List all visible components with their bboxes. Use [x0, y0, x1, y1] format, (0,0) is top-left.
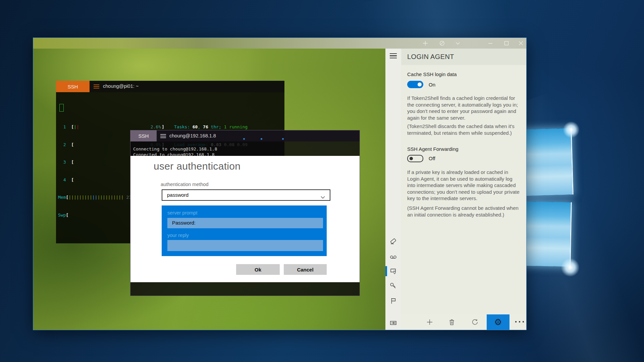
add-icon[interactable] [426, 318, 433, 326]
more-icon[interactable] [515, 321, 524, 323]
panel-title: LOGIN AGENT [407, 53, 454, 61]
terminal2-titlebar[interactable]: SSH choung@192.168.1.8 [130, 130, 360, 141]
terminal1-ssh-tab[interactable]: SSH [56, 81, 90, 92]
reply-input[interactable] [167, 240, 323, 251]
terminal-cursor [58, 104, 284, 112]
app-content-area: SSH choung@pi01: ~ 1 [||2.6%] Tasks: 60,… [33, 49, 526, 330]
close-icon[interactable] [518, 40, 524, 46]
user-authentication-dialog: user authentication authentication metho… [130, 156, 360, 282]
settings-button[interactable]: ⚙ [487, 314, 509, 330]
logo-glow [561, 258, 580, 277]
selected-item-indicator [385, 266, 387, 276]
terminal2-ssh-tab[interactable]: SSH [130, 130, 157, 141]
select-chevron-icon [321, 194, 325, 200]
authentication-method-label: authentication method [161, 182, 209, 187]
htop-cpu1-line: 1 [||2.6%] Tasks: 60, 76 thr; 1 running [58, 124, 284, 130]
minimize-icon[interactable] [487, 40, 493, 46]
sidebar-icon-strip [385, 49, 401, 330]
app-titlebar[interactable] [33, 38, 526, 49]
login-agent-shield-icon[interactable] [389, 267, 397, 275]
selected-method: password [167, 192, 189, 198]
agent-description: If a private key is already loaded or ca… [407, 169, 521, 202]
agent-forwarding-toggle[interactable] [407, 155, 423, 162]
dialog-title: user authentication [154, 161, 240, 172]
terminal2-menu-icon[interactable] [160, 134, 166, 138]
token2shell-app-window: SSH choung@pi01: ~ 1 [||2.6%] Tasks: 60,… [33, 38, 527, 330]
terminal2-line: Connecting to choung@192.168.1.8 [133, 146, 217, 152]
terminal2-title: choung@192.168.1.8 [169, 133, 216, 138]
authentication-method-select[interactable]: password [162, 189, 330, 201]
terminal1-title: choung@pi01: ~ [103, 83, 139, 89]
flag-icon[interactable] [389, 297, 397, 305]
block-icon[interactable] [439, 40, 445, 46]
server-prompt-panel: server prompt Password: your reply [162, 205, 327, 256]
your-reply-label: your reply [167, 233, 189, 238]
gear-icon: ⚙ [494, 318, 502, 326]
cached-sessions-icon[interactable] [389, 253, 397, 261]
agent-toggle-state: Off [429, 156, 435, 161]
eraser-icon[interactable] [389, 237, 397, 245]
terminal1-menu-icon[interactable] [94, 84, 99, 88]
ok-button[interactable]: Ok [236, 264, 280, 275]
cache-ssh-login-label: Cache SSH login data [407, 71, 457, 77]
cache-description: If Token2Shell finds a cached login cred… [407, 95, 521, 121]
hamburger-menu-icon[interactable] [390, 53, 397, 58]
logo-glow [563, 121, 580, 138]
panel-toolbar: ⚙ [401, 314, 526, 330]
login-agent-panel: LOGIN AGENT Cache SSH login data On If T… [401, 49, 526, 314]
cache-toggle-state: On [429, 82, 435, 87]
server-prompt-label: server prompt [167, 210, 197, 216]
cache-note: (Token2Shell discards the cached data wh… [407, 123, 521, 136]
cache-ssh-toggle[interactable] [407, 81, 423, 88]
trash-icon[interactable] [448, 318, 455, 326]
cancel-button[interactable]: Cancel [284, 264, 327, 275]
terminal1-titlebar[interactable]: SSH choung@pi01: ~ [56, 81, 284, 92]
progress-dot [261, 138, 262, 140]
panel-header: LOGIN AGENT [401, 49, 526, 65]
progress-dot [243, 138, 245, 140]
chevron-down-icon[interactable] [455, 40, 461, 46]
server-prompt-field: Password: [167, 218, 323, 228]
agent-note: (SSH Agent Forwarding cannot be activate… [407, 205, 521, 218]
refresh-icon[interactable] [471, 318, 479, 326]
progress-dot [282, 138, 284, 140]
agent-forwarding-label: SSH Agent Forwarding [407, 146, 459, 152]
forward-box-icon[interactable] [389, 319, 397, 327]
maximize-icon[interactable] [503, 40, 509, 46]
private-key-icon[interactable] [389, 282, 397, 290]
add-icon[interactable] [422, 40, 428, 46]
